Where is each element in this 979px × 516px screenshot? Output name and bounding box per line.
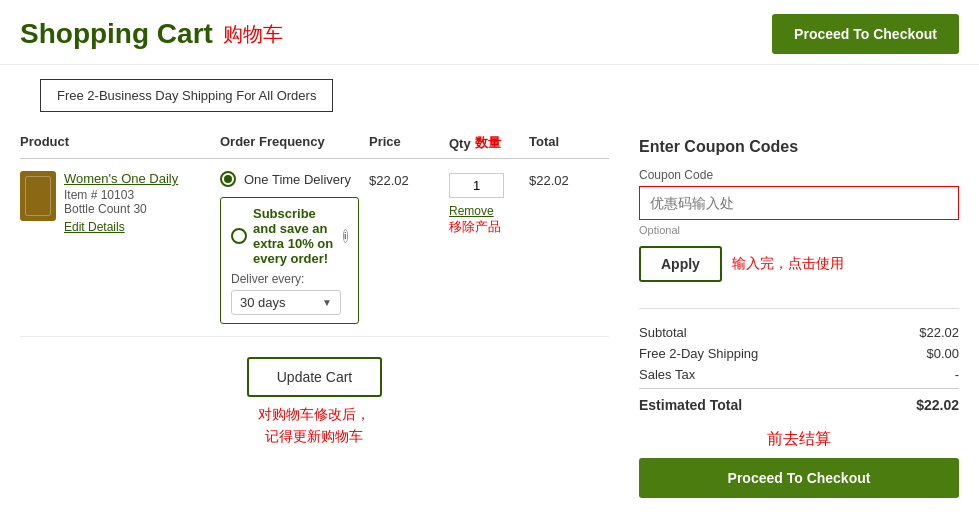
col-product: Product	[20, 134, 220, 152]
deliver-every-select[interactable]: 30 days ▼	[231, 290, 341, 315]
summary-tax-row: Sales Tax -	[639, 367, 959, 382]
one-time-radio[interactable]	[220, 171, 236, 187]
product-image	[20, 171, 56, 221]
coupon-input[interactable]	[639, 186, 959, 220]
summary-total-row: Estimated Total $22.02	[639, 388, 959, 413]
col-order-frequency: Order Frequency	[220, 134, 369, 152]
product-name-link[interactable]: Women's One Daily	[64, 171, 178, 186]
product-item-number: Item # 10103	[64, 188, 178, 202]
qty-col: Remove 移除产品	[449, 171, 529, 236]
right-panel: Enter Coupon Codes Coupon Code Optional …	[639, 128, 959, 498]
summary-subtotal-row: Subtotal $22.02	[639, 325, 959, 340]
divider	[639, 308, 959, 309]
shipping-value: $0.00	[926, 346, 959, 361]
edit-details-link[interactable]: Edit Details	[64, 220, 178, 234]
product-price: $22.02	[369, 171, 449, 188]
subscribe-label: Subscribe and save an extra 10% on every…	[253, 206, 348, 266]
checkout-button-top[interactable]: Proceed To Checkout	[772, 14, 959, 54]
checkout-button-bottom[interactable]: Proceed To Checkout	[639, 458, 959, 498]
apply-coupon-button[interactable]: Apply	[639, 246, 722, 282]
coupon-title: Enter Coupon Codes	[639, 138, 959, 156]
update-cart-section: Update Cart 对购物车修改后， 记得更新购物车	[20, 337, 609, 458]
one-time-label: One Time Delivery	[244, 172, 351, 187]
product-details: Women's One Daily Item # 10103 Bottle Co…	[64, 171, 178, 234]
apply-btn-row: Apply 输入完，点击使用	[639, 246, 959, 282]
order-frequency-section: One Time Delivery Subscribe and save an …	[220, 171, 369, 324]
coupon-optional: Optional	[639, 224, 959, 236]
subscribe-option[interactable]: Subscribe and save an extra 10% on every…	[220, 197, 359, 324]
col-price: Price	[369, 134, 449, 152]
page-title-chinese: 购物车	[223, 21, 283, 48]
update-cart-button[interactable]: Update Cart	[247, 357, 382, 397]
subscribe-info-icon[interactable]: i	[343, 229, 348, 243]
remove-chinese: 移除产品	[449, 219, 501, 234]
shipping-label: Free 2-Day Shipping	[639, 346, 758, 361]
cart-table-header: Product Order Frequency Price Qty 数量 Tot…	[20, 128, 609, 159]
col-total: Total	[529, 134, 609, 152]
page-title-english: Shopping Cart	[20, 18, 213, 50]
estimated-total-label: Estimated Total	[639, 397, 742, 413]
deliver-every-label: Deliver every:	[231, 272, 348, 286]
subscribe-radio[interactable]	[231, 228, 247, 244]
page-title: Shopping Cart 购物车	[20, 18, 283, 50]
update-cart-note: 对购物车修改后， 记得更新购物车	[247, 403, 382, 448]
checkout-bottom: 前去结算 Proceed To Checkout	[639, 429, 959, 498]
col-qty: Qty 数量	[449, 134, 529, 152]
shipping-banner: Free 2-Business Day Shipping For All Ord…	[40, 79, 333, 112]
product-info: Women's One Daily Item # 10103 Bottle Co…	[20, 171, 220, 234]
main-content: Product Order Frequency Price Qty 数量 Tot…	[0, 128, 979, 498]
product-bottle-count: Bottle Count 30	[64, 202, 178, 216]
subtotal-value: $22.02	[919, 325, 959, 340]
quantity-input[interactable]	[449, 173, 504, 198]
one-time-delivery-option[interactable]: One Time Delivery	[220, 171, 359, 187]
subtotal-label: Subtotal	[639, 325, 687, 340]
table-row: Women's One Daily Item # 10103 Bottle Co…	[20, 159, 609, 337]
checkout-chinese: 前去结算	[639, 429, 959, 450]
product-total: $22.02	[529, 171, 609, 188]
coupon-section: Enter Coupon Codes Coupon Code Optional …	[639, 128, 959, 292]
estimated-total-value: $22.02	[916, 397, 959, 413]
apply-coupon-chinese: 输入完，点击使用	[732, 255, 844, 273]
cart-section: Product Order Frequency Price Qty 数量 Tot…	[20, 128, 609, 498]
coupon-label: Coupon Code	[639, 168, 959, 182]
deliver-every-value: 30 days	[240, 295, 286, 310]
remove-link[interactable]: Remove	[449, 204, 529, 218]
order-summary: Subtotal $22.02 Free 2-Day Shipping $0.0…	[639, 325, 959, 413]
chevron-down-icon: ▼	[322, 297, 332, 308]
tax-label: Sales Tax	[639, 367, 695, 382]
tax-value: -	[955, 367, 959, 382]
summary-shipping-row: Free 2-Day Shipping $0.00	[639, 346, 959, 361]
header-bar: Shopping Cart 购物车 Proceed To Checkout	[0, 0, 979, 65]
